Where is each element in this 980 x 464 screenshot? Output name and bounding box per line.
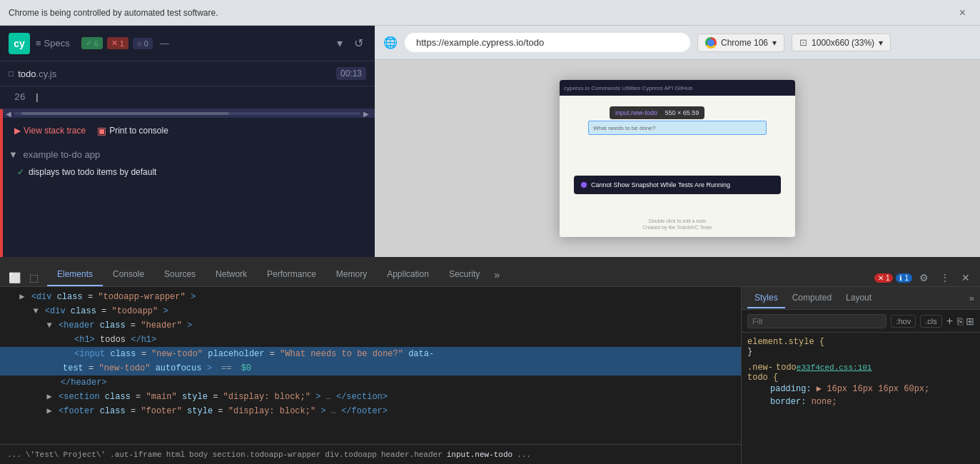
settings-button[interactable]: ⚙ bbox=[915, 269, 933, 286]
test-file-ext: .cy.js bbox=[36, 69, 57, 79]
breadcrumb-item[interactable]: section.todoapp-wrapper bbox=[211, 450, 322, 459]
refresh-button[interactable]: ↺ bbox=[351, 34, 366, 53]
breadcrumb-item[interactable]: body bbox=[188, 450, 209, 459]
spec-badges: ✓ 6 ✕ 1 ○ 0 — bbox=[81, 37, 334, 49]
breadcrumb-bar: ... \'Test\ Project\' .aut-iframe html b… bbox=[0, 444, 741, 464]
scroll-track bbox=[14, 112, 360, 115]
tab-network[interactable]: Network bbox=[206, 263, 257, 286]
viewport-badge[interactable]: ⊡ 1000x660 (33%) ▾ bbox=[792, 34, 891, 51]
view-stack-trace-button[interactable]: ▶ View stack trace bbox=[14, 126, 86, 136]
error-badge: ✕ 1 bbox=[874, 273, 894, 283]
pseudo-filter[interactable]: :hov bbox=[891, 315, 916, 328]
styles-content[interactable]: element.style { } .new- todo bbox=[742, 333, 980, 464]
cypress-panel: cy ≡ Specs ✓ 6 ✕ 1 bbox=[0, 26, 375, 257]
tab-security[interactable]: Security bbox=[439, 263, 490, 286]
breadcrumb-item[interactable]: .aut-iframe bbox=[108, 450, 163, 459]
dom-line[interactable]: ▶ <div class = "todoapp-wrapper" > bbox=[0, 290, 741, 304]
styles-filter-input[interactable] bbox=[747, 314, 886, 328]
dom-line[interactable]: ▶ <section class = "main" style = "displ… bbox=[0, 390, 741, 404]
tab-sources[interactable]: Sources bbox=[154, 263, 206, 286]
dropdown-button[interactable]: ▾ bbox=[334, 34, 345, 53]
device-button[interactable]: ⬚ bbox=[26, 269, 41, 286]
file-icon: □ bbox=[9, 69, 14, 79]
info-icon: ℹ bbox=[899, 274, 902, 282]
expand-arrow[interactable]: ▶ bbox=[19, 292, 24, 302]
info-badge: ℹ 1 bbox=[896, 273, 912, 283]
close-devtools-button[interactable]: ✕ bbox=[957, 269, 974, 286]
breadcrumb-item[interactable]: ... bbox=[515, 450, 532, 459]
expand-arrow[interactable]: ▶ bbox=[47, 406, 52, 416]
scroll-thumb[interactable] bbox=[21, 112, 229, 115]
layout-toggle-button[interactable]: ⊞ bbox=[966, 316, 974, 327]
x-icon: ✕ bbox=[111, 39, 118, 48]
scroll-left-arrow[interactable]: ◀ bbox=[3, 110, 14, 118]
dom-line[interactable]: </header> bbox=[0, 375, 741, 390]
breadcrumb-item[interactable]: \'Test\ Project\' bbox=[24, 450, 107, 459]
nav-globe-icon: 🌐 bbox=[383, 36, 398, 49]
scroll-right-arrow[interactable]: ▶ bbox=[360, 110, 372, 118]
chrome-close-button[interactable]: × bbox=[954, 4, 971, 22]
test-content: 26 | ◀ ▶ bbox=[0, 86, 375, 257]
expand-arrow[interactable]: ▶ bbox=[47, 392, 52, 402]
dom-line[interactable]: ▼ <header class = "header" > bbox=[0, 318, 741, 333]
tab-performance[interactable]: Performance bbox=[257, 263, 326, 286]
test-timer: 00:13 bbox=[336, 67, 366, 80]
add-style-button[interactable]: + bbox=[946, 315, 953, 328]
pass-badge: ✓ 6 bbox=[81, 37, 103, 49]
tab-computed[interactable]: Computed bbox=[785, 288, 839, 308]
breadcrumb-item[interactable]: html bbox=[165, 450, 186, 459]
breadcrumb-item[interactable]: header.header bbox=[380, 450, 444, 459]
purple-dot-icon bbox=[581, 182, 587, 188]
more-options-button[interactable]: ⋮ bbox=[936, 269, 954, 286]
trace-actions: ▶ View stack trace ▣ Print to console bbox=[0, 118, 375, 143]
breadcrumb-item-active[interactable]: input.new-todo bbox=[445, 450, 514, 459]
more-tabs-button[interactable]: » bbox=[490, 263, 504, 286]
dom-line[interactable]: ▶ <footer class = "footer" style = "disp… bbox=[0, 404, 741, 418]
specs-label: Specs bbox=[44, 38, 70, 49]
tab-layout[interactable]: Layout bbox=[839, 288, 879, 308]
preview-bottom: Double click to edit a todo Created by t… bbox=[642, 218, 712, 230]
copy-style-button[interactable]: ⎘ bbox=[957, 316, 963, 327]
new-todo-selector: .new- bbox=[747, 363, 773, 373]
print-to-console-button[interactable]: ▣ Print to console bbox=[97, 125, 168, 136]
tab-memory[interactable]: Memory bbox=[326, 263, 377, 286]
dom-tree[interactable]: ▶ <div class = "todoapp-wrapper" > bbox=[0, 287, 741, 444]
red-border-line bbox=[0, 86, 3, 257]
dom-line[interactable]: ▼ <div class = "todoapp" > bbox=[0, 304, 741, 318]
cls-filter[interactable]: .cls bbox=[920, 315, 942, 328]
more-styles-tabs[interactable]: » bbox=[969, 293, 974, 303]
preview-topbar-text: cypress.io Commands Utilities Cypress AP… bbox=[564, 85, 693, 91]
arrow-right-icon: ▶ bbox=[14, 126, 21, 136]
viewport-dropdown-arrow: ▾ bbox=[879, 38, 883, 48]
elements-panel: ▶ <div class = "todoapp-wrapper" > bbox=[0, 287, 741, 464]
cypress-logo: cy bbox=[9, 33, 30, 54]
tab-elements[interactable]: Elements bbox=[47, 263, 103, 286]
tab-styles[interactable]: Styles bbox=[747, 288, 785, 308]
cypress-topbar: cy ≡ Specs ✓ 6 ✕ 1 bbox=[0, 26, 375, 61]
browser-content: cy ≡ Specs ✓ 6 ✕ 1 bbox=[0, 26, 980, 464]
dom-line[interactable]: <h1> todos </h1> bbox=[0, 333, 741, 347]
dom-line-selected[interactable]: <input class = "new-todo" placeholder = … bbox=[0, 347, 741, 361]
page-wrapper: Chrome is being controlled by automated … bbox=[0, 0, 980, 464]
dom-line-continued[interactable]: test = "new-todo" autofocus > == $0 bbox=[0, 361, 741, 375]
devtools-tab-actions: ⬜ ⬚ bbox=[6, 269, 41, 286]
inspect-button[interactable]: ⬜ bbox=[6, 269, 24, 286]
tab-application[interactable]: Application bbox=[377, 263, 439, 286]
breadcrumb-item[interactable]: ... bbox=[6, 450, 23, 459]
collapse-arrow[interactable]: ▼ bbox=[33, 306, 38, 316]
style-source: e33f4ced.css:101 bbox=[797, 363, 872, 372]
check-icon: ✓ bbox=[86, 39, 92, 48]
chrome-version-badge[interactable]: Chrome 106 ▾ bbox=[697, 34, 784, 52]
horizontal-scrollbar[interactable]: ◀ ▶ bbox=[0, 109, 375, 118]
breadcrumb-item[interactable]: div.todoapp bbox=[323, 450, 378, 459]
input-highlight: What needs to be done? bbox=[588, 121, 767, 135]
collapse-arrow[interactable]: ▼ bbox=[47, 321, 52, 331]
suite-arrow[interactable]: ▼ bbox=[9, 149, 18, 160]
tab-console[interactable]: Console bbox=[103, 263, 154, 286]
fail-badge: ✕ 1 bbox=[107, 37, 128, 49]
code-line: 26 | bbox=[14, 92, 366, 103]
viewport-icon: ⊡ bbox=[799, 37, 807, 48]
test-scroll[interactable]: 26 | ◀ ▶ bbox=[0, 86, 375, 257]
address-input[interactable] bbox=[405, 33, 690, 52]
new-todo-style-block: .new- todo e33f4ced.css:101 todo { bbox=[747, 363, 974, 408]
